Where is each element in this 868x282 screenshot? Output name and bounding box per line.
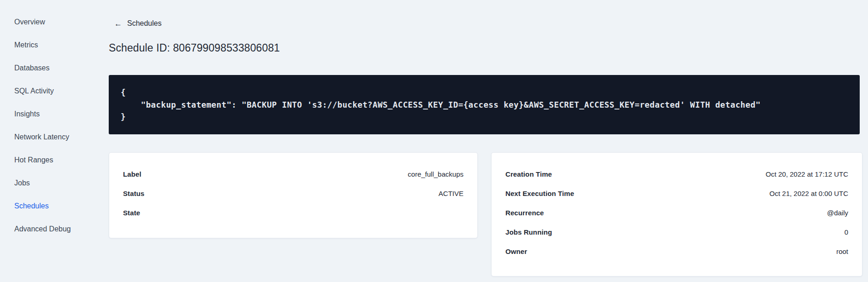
- detail-row-next-execution-time: Next Execution Time Oct 21, 2022 at 0:00…: [505, 184, 848, 203]
- detail-value: core_full_backups: [408, 170, 463, 178]
- detail-row-status: Status ACTIVE: [123, 184, 463, 203]
- detail-value: 0: [845, 228, 848, 236]
- detail-row-label: Label core_full_backups: [123, 164, 463, 184]
- detail-label: Creation Time: [505, 170, 552, 178]
- detail-value: Oct 21, 2022 at 0:00 UTC: [769, 190, 848, 197]
- sidebar-item-databases[interactable]: Databases: [14, 57, 101, 80]
- detail-row-recurrence: Recurrence @daily: [505, 203, 848, 222]
- detail-value: root: [836, 247, 848, 255]
- schedule-timing-card: Creation Time Oct 20, 2022 at 17:12 UTC …: [491, 152, 862, 276]
- sidebar: Overview Metrics Databases SQL Activity …: [0, 0, 101, 282]
- sidebar-item-schedules[interactable]: Schedules: [14, 195, 101, 218]
- sidebar-item-metrics[interactable]: Metrics: [14, 34, 101, 57]
- sidebar-item-overview[interactable]: Overview: [14, 11, 101, 34]
- sidebar-item-hot-ranges[interactable]: Hot Ranges: [14, 149, 101, 172]
- detail-value: Oct 20, 2022 at 17:12 UTC: [766, 170, 848, 178]
- sidebar-item-jobs[interactable]: Jobs: [14, 172, 101, 195]
- sidebar-item-advanced-debug[interactable]: Advanced Debug: [14, 218, 101, 241]
- page-title: Schedule ID: 806799098533806081: [109, 42, 280, 54]
- code-line: }: [121, 111, 848, 123]
- detail-row-owner: Owner root: [505, 242, 848, 261]
- detail-row-jobs-running: Jobs Running 0: [505, 222, 848, 242]
- sidebar-item-insights[interactable]: Insights: [14, 103, 101, 126]
- detail-label: Recurrence: [505, 209, 544, 217]
- detail-label: State: [123, 209, 140, 217]
- detail-label: Jobs Running: [505, 228, 552, 236]
- backup-statement-code-block: { "backup_statement": "BACKUP INTO 's3:/…: [109, 75, 860, 134]
- detail-value: ACTIVE: [439, 190, 463, 197]
- detail-label: Status: [123, 190, 144, 197]
- detail-row-state: State: [123, 203, 463, 222]
- back-arrow-icon: ←: [114, 20, 122, 28]
- detail-value: @daily: [827, 209, 848, 217]
- sidebar-item-network-latency[interactable]: Network Latency: [14, 126, 101, 149]
- detail-label: Owner: [505, 247, 527, 255]
- schedule-summary-card: Label core_full_backups Status ACTIVE St…: [109, 152, 478, 238]
- detail-label: Label: [123, 170, 141, 178]
- detail-label: Next Execution Time: [505, 190, 574, 197]
- sidebar-item-sql-activity[interactable]: SQL Activity: [14, 80, 101, 103]
- code-line: "backup_statement": "BACKUP INTO 's3://b…: [121, 99, 848, 111]
- back-to-schedules-link[interactable]: ← Schedules: [114, 19, 162, 28]
- back-link-label: Schedules: [127, 19, 162, 28]
- code-line: {: [121, 86, 848, 99]
- detail-row-creation-time: Creation Time Oct 20, 2022 at 17:12 UTC: [505, 164, 848, 184]
